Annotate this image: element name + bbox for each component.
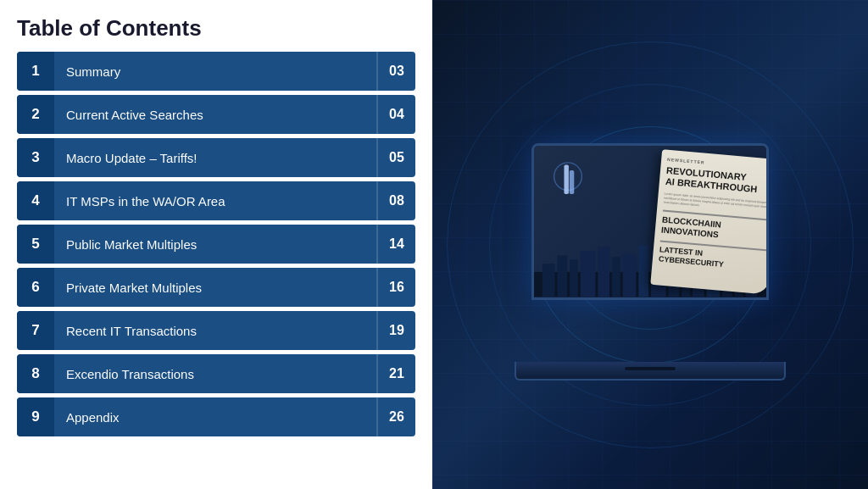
svg-rect-1	[564, 164, 568, 194]
toc-item-page: 04	[376, 95, 415, 134]
svg-rect-9	[612, 257, 620, 297]
toc-item-page: 03	[376, 52, 415, 91]
toc-item[interactable]: 2 Current Active Searches	[17, 95, 376, 134]
laptop-base	[515, 362, 786, 381]
toc-item-number: 9	[17, 397, 54, 436]
toc-item-label: Summary	[54, 64, 376, 79]
svg-rect-8	[598, 247, 609, 297]
toc-row: 1 Summary 03	[17, 52, 415, 91]
image-panel: NEWSLETTER REVOLUTIONARYAI BREAKTHROUGH …	[432, 0, 868, 489]
toc-row: 2 Current Active Searches 04	[17, 95, 415, 134]
toc-item-page: 14	[376, 225, 415, 264]
toc-item-number: 6	[17, 268, 54, 307]
toc-item-page: 16	[376, 268, 415, 307]
toc-item-number: 3	[17, 138, 54, 177]
toc-item-number: 8	[17, 354, 54, 393]
toc-item-number: 1	[17, 52, 54, 91]
toc-item[interactable]: 1 Summary	[17, 52, 376, 91]
logo-mark	[551, 161, 585, 203]
toc-row: 7 Recent IT Transactions 19	[17, 311, 415, 350]
toc-item[interactable]: 6 Private Market Multiples	[17, 268, 376, 307]
svg-rect-6	[570, 259, 578, 297]
toc-item-label: Appendix	[54, 410, 376, 425]
toc-item-label: Recent IT Transactions	[54, 324, 376, 338]
toc-item-number: 7	[17, 311, 54, 350]
toc-item-label: Private Market Multiples	[54, 281, 376, 295]
toc-row: 8 Excendio Transactions 21	[17, 354, 415, 393]
toc-item[interactable]: 4 IT MSPs in the WA/OR Area	[17, 181, 376, 220]
svg-rect-7	[581, 251, 596, 297]
toc-item[interactable]: 5 Public Market Multiples	[17, 225, 376, 264]
toc-list: 1 Summary 03 2 Current Active Searches 0…	[17, 52, 415, 477]
toc-item-number: 5	[17, 225, 54, 264]
toc-item-label: Macro Update – Tariffs!	[54, 151, 376, 165]
toc-item-page: 21	[376, 354, 415, 393]
newspaper: NEWSLETTER REVOLUTIONARYAI BREAKTHROUGH …	[650, 149, 766, 295]
toc-title: Table of Contents	[17, 15, 415, 42]
toc-item[interactable]: 8 Excendio Transactions	[17, 354, 376, 393]
toc-row: 9 Appendix 26	[17, 397, 415, 436]
toc-item[interactable]: 9 Appendix	[17, 397, 376, 436]
toc-item-label: IT MSPs in the WA/OR Area	[54, 194, 376, 208]
svg-rect-11	[638, 245, 648, 297]
toc-panel: Table of Contents 1 Summary 03 2 Current…	[0, 0, 432, 489]
toc-row: 6 Private Market Multiples 16	[17, 268, 415, 307]
svg-rect-2	[570, 169, 574, 193]
laptop-image: NEWSLETTER REVOLUTIONARYAI BREAKTHROUGH …	[489, 143, 811, 381]
toc-item-label: Excendio Transactions	[54, 367, 376, 381]
svg-rect-10	[623, 253, 637, 297]
toc-item[interactable]: 3 Macro Update – Tariffs!	[17, 138, 376, 177]
svg-rect-4	[542, 264, 555, 297]
toc-row: 3 Macro Update – Tariffs! 05	[17, 138, 415, 177]
toc-item[interactable]: 7 Recent IT Transactions	[17, 311, 376, 350]
toc-item-number: 4	[17, 181, 54, 220]
svg-rect-5	[557, 255, 567, 297]
toc-row: 4 IT MSPs in the WA/OR Area 08	[17, 181, 415, 220]
toc-item-page: 19	[376, 311, 415, 350]
toc-item-label: Public Market Multiples	[54, 237, 376, 252]
toc-item-page: 05	[376, 138, 415, 177]
screen-inner: NEWSLETTER REVOLUTIONARYAI BREAKTHROUGH …	[534, 146, 766, 297]
toc-item-label: Current Active Searches	[54, 108, 376, 122]
newspaper-title1: REVOLUTIONARYAI BREAKTHROUGH	[665, 164, 766, 196]
toc-item-page: 26	[376, 397, 415, 436]
toc-row: 5 Public Market Multiples 14	[17, 225, 415, 264]
toc-item-number: 2	[17, 95, 54, 134]
laptop-screen: NEWSLETTER REVOLUTIONARYAI BREAKTHROUGH …	[531, 143, 769, 300]
toc-item-page: 08	[376, 181, 415, 220]
